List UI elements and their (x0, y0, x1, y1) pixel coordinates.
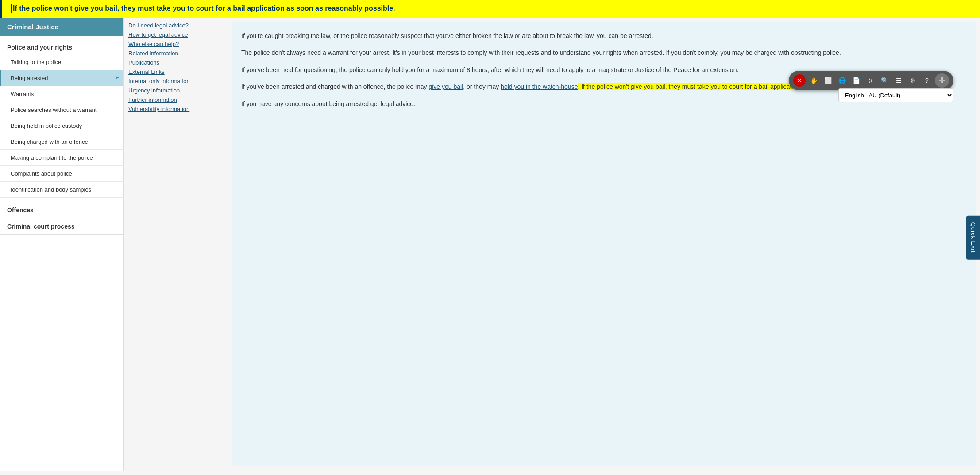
move-btn[interactable]: ✛ (935, 73, 949, 88)
link-further-info[interactable]: Further information (128, 96, 226, 103)
sidebar-item-warrants[interactable]: Warrants (0, 86, 123, 102)
sidebar-header: Criminal Justice (0, 18, 123, 36)
sidebar-item-talking[interactable]: Talking to the police (0, 54, 123, 70)
sidebar-category-offences[interactable]: Offences (0, 202, 123, 218)
bail-text-middle: , or they may (463, 83, 501, 90)
text-cursor-icon (11, 4, 12, 13)
quick-exit-button[interactable]: Quick Exit (966, 216, 980, 260)
settings-btn[interactable]: ⚙ (907, 74, 919, 87)
link-urgency[interactable]: Urgency information (128, 87, 226, 94)
sidebar-item-custody[interactable]: Being held in police custody (0, 118, 123, 134)
link-vulnerability[interactable]: Vulnerability information (128, 106, 226, 112)
link-legal-advice[interactable]: Do I need legal advice? (128, 22, 226, 29)
content-para-1: If you're caught breaking the law, or th… (241, 31, 967, 41)
bail-text-before: If you've been arrested and charged with… (241, 83, 428, 90)
sidebar-item-charged[interactable]: Being charged with an offence (0, 134, 123, 150)
link-who-can-help[interactable]: Who else can help? (128, 41, 226, 47)
content-para-2: The police don't always need a warrant f… (241, 48, 967, 57)
sidebar-item-being-arrested[interactable]: Being arrested (0, 70, 123, 86)
search-btn[interactable]: 🔍 (878, 74, 891, 87)
hand-tool-btn[interactable]: ✋ (807, 74, 820, 87)
sidebar-item-identification[interactable]: Identification and body samples (0, 182, 123, 198)
help-btn[interactable]: ? (921, 74, 933, 87)
link-internal-info[interactable]: Internal only information (128, 78, 226, 84)
language-selector-container: English - AU (Default) English - US Fren… (838, 88, 953, 102)
link-publications[interactable]: Publications (128, 59, 226, 66)
code-btn[interactable]: ⟨⟩ (864, 74, 876, 87)
highlight-bar-text: If the police won't give you bail, they … (13, 4, 395, 12)
close-btn[interactable]: ✕ (793, 74, 806, 87)
sidebar-item-complaints-police[interactable]: Complaints about police (0, 166, 123, 182)
link-related-info[interactable]: Related information (128, 50, 226, 57)
link-external-links[interactable]: External Links (128, 69, 226, 75)
list-btn[interactable]: ☰ (892, 74, 905, 87)
sidebar-section: Police and your rights Talking to the po… (0, 36, 123, 202)
bail-link-watchhouse[interactable]: hold you in the watch-house (501, 83, 578, 90)
highlight-bar: If the police won't give you bail, they … (0, 0, 980, 18)
sidebar-category-court[interactable]: Criminal court process (0, 218, 123, 235)
toolbar: ✕ ✋ ⬜ 🌐 📄 ⟨⟩ 🔍 ☰ ⚙ ? ✛ (789, 71, 953, 90)
language-select[interactable]: English - AU (Default) English - US Fren… (838, 88, 953, 102)
globe-btn[interactable]: 🌐 (836, 74, 848, 87)
select-tool-btn[interactable]: ⬜ (822, 74, 834, 87)
sidebar-item-searches[interactable]: Police searches without a warrant (0, 102, 123, 118)
sidebar-section-title[interactable]: Police and your rights (0, 40, 123, 54)
sidebar-item-complaint[interactable]: Making a complaint to the police (0, 150, 123, 166)
sidebar: Criminal Justice Police and your rights … (0, 18, 124, 471)
bail-link-give-bail[interactable]: give you bail (428, 83, 463, 90)
doc-btn[interactable]: 📄 (850, 74, 862, 87)
link-how-legal-advice[interactable]: How to get legal advice (128, 31, 226, 38)
links-column: Do I need legal advice? How to get legal… (128, 22, 226, 466)
